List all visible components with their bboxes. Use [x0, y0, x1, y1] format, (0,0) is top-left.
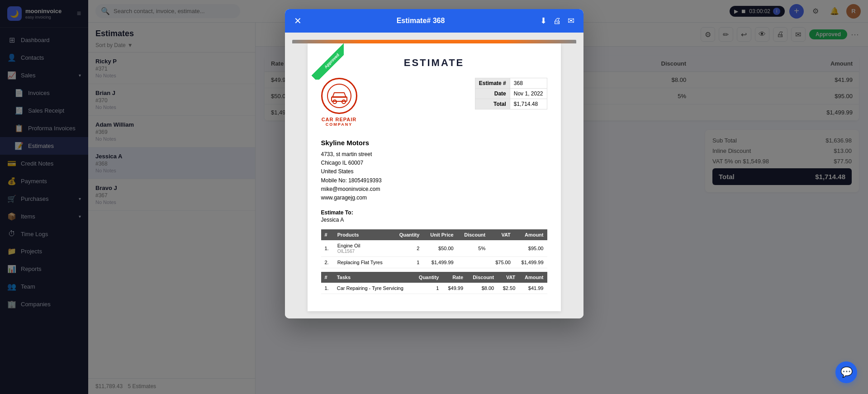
chat-button[interactable]: 💬 — [835, 361, 857, 383]
modal-body: Approved ESTIMATE — [285, 33, 583, 318]
t-amount: $41.99 — [519, 283, 547, 294]
total-meta-value: $1,714.48 — [510, 99, 547, 109]
p-amount: $95.00 — [514, 240, 547, 257]
p-discount — [457, 257, 489, 268]
address-line1: 4733, st martin street — [321, 150, 547, 159]
products-table: # Products Quantity Unit Price Discount … — [321, 229, 547, 268]
address-line2: Chicago IL 60007 — [321, 159, 547, 167]
t-num: 1. — [321, 283, 333, 294]
t-discount: $8.00 — [467, 283, 498, 294]
p-amount: $1,499.99 — [514, 257, 547, 268]
doc-logo: CAR REPAIR COMPANY — [321, 78, 357, 127]
p-name: Engine OilOIL1567 — [334, 240, 393, 257]
total-meta-label: Total — [475, 99, 510, 109]
t-vat: $2.50 — [498, 283, 519, 294]
modal-print-btn[interactable]: 🖨 — [553, 16, 561, 26]
doc-top: CAR REPAIR COMPANY Estimate # 368 Date N… — [321, 78, 547, 127]
doc-meta-table: Estimate # 368 Date Nov 1, 2022 Total $1… — [475, 78, 547, 109]
address-line3: United States — [321, 167, 547, 176]
company-name: Skyline Motors — [321, 138, 547, 148]
doc-heading: ESTIMATE — [321, 57, 547, 69]
date-value: Nov 1, 2022 — [510, 89, 547, 99]
task-col-discount: Discount — [467, 272, 498, 283]
p-unit-price: $1,499.99 — [423, 257, 457, 268]
t-rate: $49.99 — [442, 283, 467, 294]
mobile: Mobile No: 18054919393 — [321, 176, 547, 185]
approved-ribbon-text: Approved — [311, 43, 344, 80]
product-row: 1. Engine OilOIL1567 2 $50.00 5% $95.00 — [321, 240, 547, 257]
col-qty: Quantity — [393, 229, 423, 240]
approved-corner: Approved — [308, 43, 344, 80]
estimate-num-value: 368 — [510, 78, 547, 89]
website: www.garagejg.com — [321, 194, 547, 202]
col-amount: Amount — [514, 229, 547, 240]
p-qty: 2 — [393, 240, 423, 257]
t-name: Car Repairing - Tyre Servicing — [333, 283, 413, 294]
col-vat: VAT — [489, 229, 514, 240]
modal-download-btn[interactable]: ⬇ — [540, 16, 547, 26]
modal-email-btn[interactable]: ✉ — [568, 16, 574, 26]
task-col-rate: Rate — [442, 272, 467, 283]
modal-action-icons: ⬇ 🖨 ✉ — [540, 16, 574, 26]
car-repair-logo — [321, 78, 357, 114]
task-col-vat: VAT — [498, 272, 519, 283]
p-num: 1. — [321, 240, 334, 257]
p-discount: 5% — [457, 240, 489, 257]
col-products: Products — [334, 229, 393, 240]
estimate-to-label: Estimate To: — [321, 209, 547, 216]
doc-stripe — [292, 40, 576, 43]
doc-to: Estimate To: Jessica A — [321, 209, 547, 223]
estimate-document: Approved ESTIMATE — [308, 43, 561, 311]
estimate-modal: ✕ Estimate# 368 ⬇ 🖨 ✉ Approved ESTIMATE — [285, 9, 583, 318]
p-qty: 1 — [393, 257, 423, 268]
col-unit-price: Unit Price — [423, 229, 457, 240]
p-name: Replacing Flat Tyres — [334, 257, 393, 268]
estimate-to-value: Jessica A — [321, 217, 547, 223]
svg-point-0 — [327, 84, 351, 108]
task-col-tasks: Tasks — [333, 272, 413, 283]
p-vat: $75.00 — [489, 257, 514, 268]
estimate-num-label: Estimate # — [475, 78, 510, 89]
doc-from: Skyline Motors 4733, st martin street Ch… — [321, 138, 547, 202]
product-row: 2. Replacing Flat Tyres 1 $1,499.99 $75.… — [321, 257, 547, 268]
modal-title: Estimate# 368 — [302, 17, 540, 25]
car-repair-label: CAR REPAIR COMPANY — [322, 117, 357, 127]
tasks-table: # Tasks Quantity Rate Discount VAT Amoun… — [321, 272, 547, 294]
car-icon — [327, 84, 351, 108]
task-row: 1. Car Repairing - Tyre Servicing 1 $49.… — [321, 283, 547, 294]
modal-close-btn[interactable]: ✕ — [294, 15, 302, 26]
t-qty: 1 — [413, 283, 443, 294]
p-unit-price: $50.00 — [423, 240, 457, 257]
email: mike@mooninvoice.com — [321, 185, 547, 194]
p-num: 2. — [321, 257, 334, 268]
modal-header: ✕ Estimate# 368 ⬇ 🖨 ✉ — [285, 9, 583, 33]
task-col-num: # — [321, 272, 333, 283]
task-col-qty: Quantity — [413, 272, 443, 283]
col-num: # — [321, 229, 334, 240]
date-label: Date — [475, 89, 510, 99]
p-vat — [489, 240, 514, 257]
col-discount: Discount — [457, 229, 489, 240]
modal-overlay[interactable]: ✕ Estimate# 368 ⬇ 🖨 ✉ Approved ESTIMATE — [0, 0, 868, 394]
task-col-amount: Amount — [519, 272, 547, 283]
